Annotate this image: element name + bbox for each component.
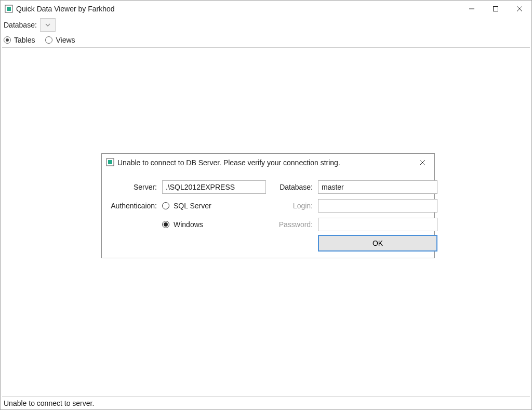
dialog-icon <box>106 158 114 168</box>
radio-tables-label: Tables <box>14 36 35 44</box>
radio-dot-icon <box>45 36 52 44</box>
login-input <box>318 199 437 213</box>
dialog-database-input[interactable] <box>318 180 437 194</box>
close-icon <box>420 160 425 165</box>
database-dropdown[interactable] <box>40 18 56 32</box>
dialog-titlebar: Unable to connect to DB Server. Please v… <box>102 154 434 171</box>
connection-dialog: Unable to connect to DB Server. Please v… <box>101 153 435 258</box>
auth-sql-radio[interactable]: SQL Server <box>162 202 266 210</box>
app-icon <box>5 5 13 13</box>
auth-sql-label: SQL Server <box>174 202 211 210</box>
login-label: Login: <box>271 202 313 210</box>
auth-label: Authenticaion: <box>105 202 157 210</box>
svg-rect-3 <box>494 7 498 11</box>
password-input <box>318 218 437 231</box>
toolbar: Database: <box>1 17 531 33</box>
object-type-radios: Tables Views <box>1 33 531 47</box>
content-area: Unable to connect to DB Server. Please v… <box>2 47 530 397</box>
dialog-close-button[interactable] <box>410 154 434 171</box>
ok-button[interactable]: OK <box>318 235 437 252</box>
minimize-button[interactable] <box>460 1 484 17</box>
server-input[interactable] <box>162 180 266 194</box>
database-label: Database: <box>4 21 37 29</box>
dialog-body: Server: Database: Authenticaion: SQL Ser… <box>102 171 434 258</box>
close-button[interactable] <box>508 1 531 17</box>
status-bar: Unable to connect to server. <box>1 397 531 409</box>
titlebar: Quick Data Viewer by Farkhod <box>1 1 531 17</box>
radio-dot-icon <box>4 36 11 44</box>
dialog-title: Unable to connect to DB Server. Please v… <box>117 158 407 167</box>
radio-views[interactable]: Views <box>45 36 75 44</box>
radio-dot-icon <box>162 221 169 228</box>
server-label: Server: <box>105 183 157 191</box>
radio-views-label: Views <box>56 36 75 44</box>
main-window: Quick Data Viewer by Farkhod Database: T… <box>0 0 532 410</box>
svg-rect-7 <box>108 160 112 164</box>
window-title: Quick Data Viewer by Farkhod <box>16 5 115 13</box>
dialog-database-label: Database: <box>271 183 313 191</box>
auth-win-label: Windows <box>174 220 203 229</box>
svg-rect-1 <box>7 7 11 11</box>
status-text: Unable to connect to server. <box>4 399 94 407</box>
password-label: Password: <box>271 220 313 229</box>
chevron-down-icon <box>45 22 50 28</box>
radio-dot-icon <box>162 202 169 209</box>
maximize-button[interactable] <box>484 1 508 17</box>
radio-tables[interactable]: Tables <box>4 36 35 44</box>
auth-windows-radio[interactable]: Windows <box>162 220 266 229</box>
